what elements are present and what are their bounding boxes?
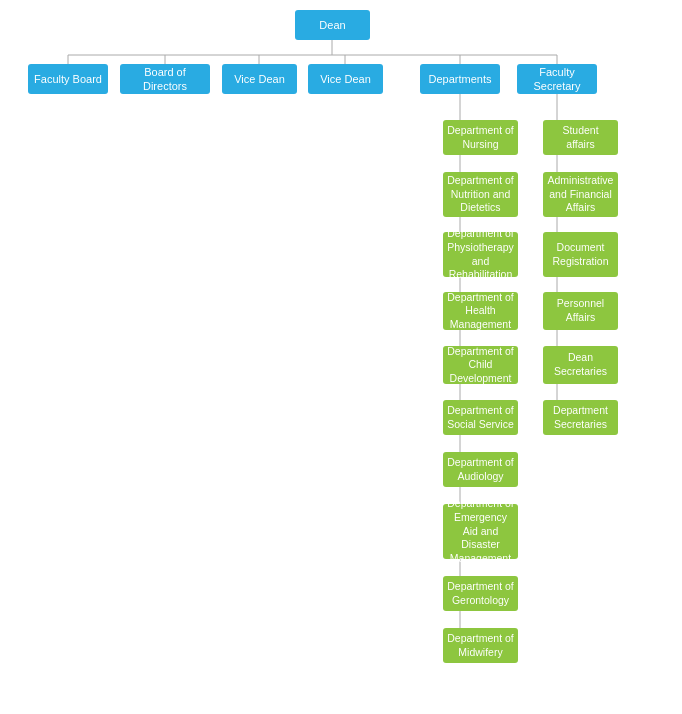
dept-physio-box[interactable]: Department of Physiotherapy and Rehabili…: [443, 232, 518, 277]
dept-emergency-box[interactable]: Department of Emergency Aid and Disaster…: [443, 504, 518, 559]
dept-midwifery-box[interactable]: Department of Midwifery: [443, 628, 518, 663]
dept-secretaries-box[interactable]: Department Secretaries: [543, 400, 618, 435]
student-affairs-box[interactable]: Student affairs: [543, 120, 618, 155]
dept-child-box[interactable]: Department of Child Development: [443, 346, 518, 384]
personnel-affairs-box[interactable]: Personnel Affairs: [543, 292, 618, 330]
dean-secretaries-box[interactable]: Dean Secretaries: [543, 346, 618, 384]
dept-nursing-box[interactable]: Department of Nursing: [443, 120, 518, 155]
dept-social-box[interactable]: Department of Social Service: [443, 400, 518, 435]
departments-box[interactable]: Departments: [420, 64, 500, 94]
doc-registration-box[interactable]: Document Registration: [543, 232, 618, 277]
dean-box[interactable]: Dean: [295, 10, 370, 40]
dept-gerontology-box[interactable]: Department of Gerontology: [443, 576, 518, 611]
faculty-board-box[interactable]: Faculty Board: [28, 64, 108, 94]
dept-nutrition-box[interactable]: Department of Nutrition and Dietetics: [443, 172, 518, 217]
board-directors-box[interactable]: Board of Directors: [120, 64, 210, 94]
org-chart: Dean Faculty Board Board of Directors Vi…: [0, 0, 682, 30]
vice-dean1-box[interactable]: Vice Dean: [222, 64, 297, 94]
dept-audiology-box[interactable]: Department of Audiology: [443, 452, 518, 487]
dept-health-box[interactable]: Department of Health Management: [443, 292, 518, 330]
faculty-secretary-box[interactable]: Faculty Secretary: [517, 64, 597, 94]
admin-financial-box[interactable]: Administrative and Financial Affairs: [543, 172, 618, 217]
vice-dean2-box[interactable]: Vice Dean: [308, 64, 383, 94]
